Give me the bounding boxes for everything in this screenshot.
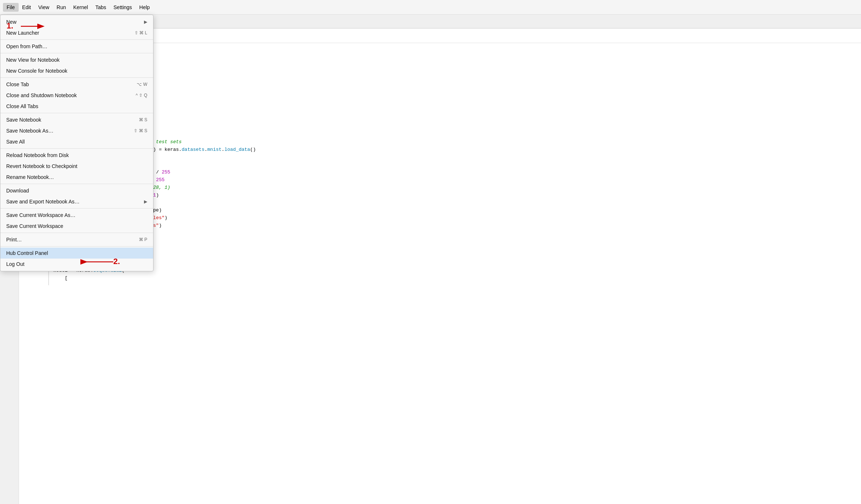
menu-item-export-arrow: ▶ — [144, 199, 147, 204]
menu-item-close-tab-shortcut: ⌥ W — [137, 82, 147, 87]
menu-item-save-as-label: Save Notebook As… — [6, 128, 134, 134]
cell-3-content[interactable]: num_classes = 10 input_shape = (28, 28, … — [48, 113, 861, 233]
menu-item-new-view[interactable]: New View for Notebook — [0, 54, 153, 65]
menu-item-open-path[interactable]: Open from Path… — [0, 41, 153, 52]
menu-help[interactable]: Help — [136, 3, 153, 12]
menu-item-reload-label: Reload Notebook from Disk — [6, 152, 147, 158]
menu-item-new-console-label: New Console for Notebook — [6, 68, 147, 74]
menu-kernel[interactable]: Kernel — [69, 3, 91, 12]
menu-item-new-view-label: New View for Notebook — [6, 57, 147, 63]
separator-9 — [0, 246, 153, 247]
menu-item-save-as-shortcut: ⇧ ⌘ S — [134, 128, 147, 133]
menu-item-save-workspace-as-label: Save Current Workspace As… — [6, 212, 147, 218]
menu-item-rename-label: Rename Notebook… — [6, 174, 147, 180]
separator-6 — [0, 184, 153, 184]
menu-item-open-path-label: Open from Path… — [6, 43, 147, 49]
menu-item-new-label: New — [6, 19, 144, 25]
menu-item-hub-control[interactable]: Hub Control Panel — [0, 248, 153, 259]
cell-1-content[interactable]: import numpy as np from tensorflow impor… — [48, 50, 861, 93]
menu-edit[interactable]: Edit — [19, 3, 35, 12]
menu-run[interactable]: Run — [53, 3, 70, 12]
menu-item-hub-control-label: Hub Control Panel — [6, 250, 147, 256]
menu-item-print[interactable]: Print… ⌘ P — [0, 234, 153, 245]
separator-2 — [0, 53, 153, 53]
menu-item-revert-label: Revert Notebook to Checkpoint — [6, 163, 147, 169]
menu-item-new-arrow: ▶ — [144, 19, 147, 24]
separator-3 — [0, 77, 153, 78]
menu-bar: File Edit View Run Kernel Tabs Settings … — [0, 0, 861, 15]
separator-1 — [0, 39, 153, 40]
menu-item-export-label: Save and Export Notebook As… — [6, 199, 144, 205]
menu-item-download-label: Download — [6, 188, 147, 194]
menu-item-logout-label: Log Out — [6, 261, 147, 267]
menu-settings[interactable]: Settings — [110, 3, 136, 12]
menu-item-save-workspace-as[interactable]: Save Current Workspace As… — [0, 210, 153, 221]
menu-item-print-shortcut: ⌘ P — [139, 237, 147, 242]
menu-item-new-console[interactable]: New Console for Notebook — [0, 65, 153, 76]
menu-item-logout[interactable]: Log Out — [0, 259, 153, 270]
menu-item-print-label: Print… — [6, 237, 139, 243]
menu-item-rename[interactable]: Rename Notebook… — [0, 172, 153, 183]
separator-8 — [0, 233, 153, 233]
menu-item-save-all[interactable]: Save All — [0, 136, 153, 147]
menu-item-close-shutdown[interactable]: Close and Shutdown Notebook ^ ⇧ Q — [0, 90, 153, 101]
file-dropdown-menu: New ▶ New Launcher ⇧ ⌘ L Open from Path…… — [0, 15, 153, 271]
menu-item-close-tab[interactable]: Close Tab ⌥ W — [0, 79, 153, 90]
menu-item-save-notebook-label: Save Notebook — [6, 117, 139, 123]
menu-item-download[interactable]: Download — [0, 185, 153, 196]
menu-item-close-shutdown-shortcut: ^ ⇧ Q — [136, 93, 147, 98]
menu-item-new-launcher[interactable]: New Launcher ⇧ ⌘ L — [0, 27, 153, 38]
menu-tabs[interactable]: Tabs — [92, 3, 110, 12]
menu-item-new[interactable]: New ▶ — [0, 16, 153, 27]
menu-item-revert[interactable]: Revert Notebook to Checkpoint — [0, 161, 153, 172]
menu-item-close-all-label: Close All Tabs — [6, 103, 147, 109]
menu-item-save-notebook-shortcut: ⌘ S — [139, 117, 147, 122]
menu-item-new-launcher-label: New Launcher — [6, 30, 134, 36]
cell-4-content[interactable]: model = keras.Sequential( [ — [48, 264, 861, 285]
menu-item-save-all-label: Save All — [6, 139, 147, 145]
menu-item-close-all[interactable]: Close All Tabs — [0, 101, 153, 112]
menu-item-new-launcher-shortcut: ⇧ ⌘ L — [134, 30, 147, 35]
menu-item-save-workspace[interactable]: Save Current Workspace — [0, 221, 153, 232]
menu-item-save-workspace-label: Save Current Workspace — [6, 223, 147, 229]
cell-2-content[interactable]: %load_ext tensorboard — [48, 96, 861, 110]
menu-item-save-notebook[interactable]: Save Notebook ⌘ S — [0, 114, 153, 125]
menu-view[interactable]: View — [35, 3, 53, 12]
menu-file[interactable]: File — [3, 3, 19, 12]
menu-item-close-shutdown-label: Close and Shutdown Notebook — [6, 92, 136, 98]
menu-item-reload[interactable]: Reload Notebook from Disk — [0, 150, 153, 161]
separator-4 — [0, 113, 153, 113]
separator-7 — [0, 208, 153, 209]
cell-3-output-content: x_train shape: (60000, 28, 28, 1) 60000 … — [48, 236, 861, 261]
menu-item-export[interactable]: Save and Export Notebook As… ▶ — [0, 196, 153, 207]
menu-item-close-tab-label: Close Tab — [6, 81, 137, 87]
separator-5 — [0, 148, 153, 149]
menu-item-save-as[interactable]: Save Notebook As… ⇧ ⌘ S — [0, 125, 153, 136]
